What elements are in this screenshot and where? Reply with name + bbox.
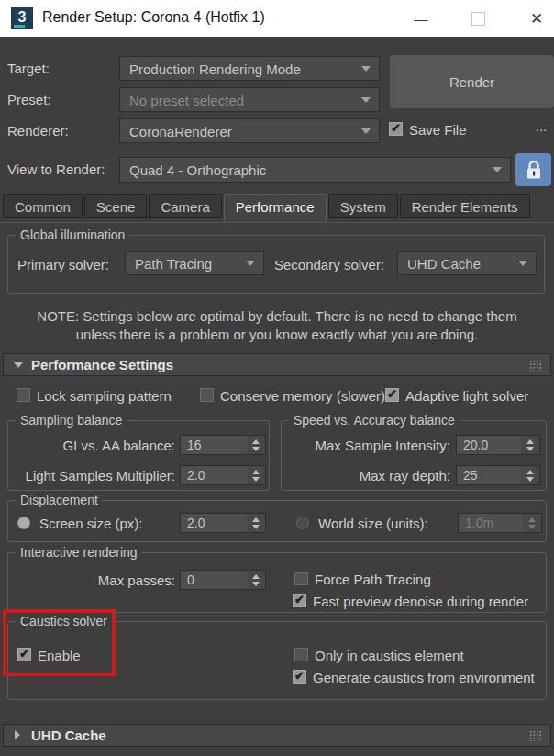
lock-sampling-pattern-label: Lock sampling pattern (37, 388, 172, 404)
expand-arrow-icon (15, 730, 20, 739)
view-to-render-dropdown[interactable]: Quad 4 - Orthographic (119, 157, 511, 183)
spinner-up-icon[interactable] (526, 470, 534, 474)
tab-scene[interactable]: Scene (84, 194, 148, 218)
max-ray-depth-value: 25 (463, 468, 478, 483)
dropdown-arrow-icon (493, 167, 502, 172)
world-size-value: 1.0m (465, 516, 493, 530)
screen-size-radio[interactable] (17, 517, 30, 529)
spinner-down-icon[interactable] (252, 525, 260, 529)
adaptive-light-solver-checkbox[interactable] (385, 388, 399, 402)
performance-settings-rollout[interactable]: Performance Settings (3, 353, 551, 376)
sampling-balance-group: Sampling balance GI vs. AA balance: 16 L… (7, 420, 270, 491)
maximize-button[interactable] (466, 7, 490, 29)
drag-grip-icon (529, 730, 543, 741)
primary-solver-value: Path Tracing (135, 256, 212, 272)
preset-dropdown[interactable]: No preset selected (119, 87, 380, 112)
tab-render-elements[interactable]: Render Elements (400, 194, 530, 218)
dropdown-arrow-icon (361, 128, 371, 134)
note-text-line1: NOTE: Settings below are optimal by defa… (0, 308, 554, 324)
speed-accuracy-group: Speed vs. Accuracy balance Max Sample In… (281, 420, 547, 491)
uhd-cache-rollout[interactable]: UHD Cache (3, 724, 551, 747)
tab-system[interactable]: System (328, 194, 398, 218)
rollout-title: UHD Cache (31, 728, 106, 743)
renderer-dropdown[interactable]: CoronaRenderer (119, 118, 380, 143)
tab-bar: Common Scene Camera Performance System R… (3, 194, 530, 223)
renderer-label: Renderer: (7, 123, 69, 139)
only-caustics-element-checkbox[interactable] (294, 648, 308, 662)
world-size-label: World size (units): (318, 516, 428, 531)
spinner-up-icon[interactable] (252, 470, 260, 474)
target-dropdown[interactable]: Production Rendering Mode (119, 56, 380, 81)
max-sample-intensity-value: 20.0 (463, 438, 488, 452)
close-button[interactable]: ✕ (525, 7, 548, 29)
spinner-down-icon[interactable] (526, 477, 534, 482)
group-title: Speed vs. Accuracy balance (289, 413, 460, 428)
max-passes-value: 0 (187, 573, 194, 587)
tab-camera[interactable]: Camera (149, 194, 221, 218)
target-dropdown-value: Production Rendering Mode (129, 61, 301, 76)
title-bar: 3 Render Setup: Corona 4 (Hotfix 1) — ✕ (0, 0, 554, 37)
max-ray-depth-label: Max ray depth: (282, 468, 450, 484)
target-label: Target: (7, 61, 50, 76)
max-passes-spinner[interactable]: 0 (180, 570, 266, 590)
generate-caustics-env-checkbox[interactable] (293, 670, 306, 684)
world-size-spinner: 1.0m (458, 513, 542, 533)
spinner-down-icon[interactable] (252, 447, 260, 451)
primary-solver-dropdown[interactable]: Path Tracing (125, 251, 264, 275)
view-to-render-value: Quad 4 - Orthographic (129, 162, 266, 178)
preset-dropdown-value: No preset selected (129, 92, 244, 107)
force-path-tracing-label: Force Path Tracing (315, 572, 431, 587)
caustics-enable-checkbox[interactable] (17, 648, 31, 662)
secondary-solver-dropdown[interactable]: UHD Cache (397, 251, 537, 275)
spinner-up-icon[interactable] (526, 439, 534, 444)
dropdown-arrow-icon (246, 261, 255, 266)
group-title: Sampling balance (16, 413, 127, 428)
3dsmax-app-icon: 3 (11, 7, 33, 29)
drag-grip-icon (529, 360, 543, 371)
spinner-up-icon[interactable] (252, 439, 260, 444)
spinner-up-icon[interactable] (252, 574, 260, 579)
tab-common[interactable]: Common (3, 194, 83, 218)
gi-aa-balance-value: 16 (187, 438, 202, 452)
dropdown-arrow-icon (518, 261, 527, 266)
render-button[interactable]: Render (390, 55, 554, 108)
minimize-button[interactable]: — (409, 7, 433, 29)
spinner-buttons (523, 514, 541, 532)
primary-solver-label: Primary solver: (17, 257, 109, 272)
save-file-browse-button[interactable]: ... (532, 118, 550, 139)
spinner-down-icon[interactable] (526, 447, 534, 451)
maximize-icon (471, 12, 485, 26)
view-to-render-label: View to Render: (7, 161, 105, 177)
conserve-memory-label: Conserve memory (slower) (220, 388, 385, 404)
rollout-title: Performance Settings (31, 357, 173, 372)
viewport-lock-button[interactable] (515, 153, 551, 186)
renderer-dropdown-value: CoronaRenderer (129, 123, 232, 139)
generate-caustics-env-label: Generate caustics from environment (313, 670, 535, 685)
screen-size-spinner[interactable]: 2.0 (180, 513, 266, 533)
spinner-down-icon (528, 525, 536, 529)
caustics-solver-group: Caustics solver Enable Only in caustics … (7, 621, 547, 700)
spinner-buttons (247, 466, 265, 484)
displacement-group: Displacement Screen size (px): 2.0 World… (7, 500, 547, 542)
spinner-up-icon[interactable] (252, 517, 260, 522)
lock-sampling-pattern-checkbox[interactable] (17, 388, 30, 402)
group-title: Global illumination (16, 228, 129, 242)
fast-preview-denoise-checkbox[interactable] (293, 594, 306, 607)
group-title: Displacement (16, 493, 103, 507)
spinner-down-icon[interactable] (252, 582, 260, 586)
max-sample-intensity-spinner[interactable]: 20.0 (456, 435, 540, 455)
conserve-memory-checkbox[interactable] (200, 388, 214, 402)
light-samples-multiplier-label: Light Samples Multiplier: (8, 468, 175, 484)
world-size-radio[interactable] (296, 517, 309, 529)
force-path-tracing-checkbox[interactable] (294, 572, 308, 585)
spinner-buttons (247, 571, 265, 589)
save-file-checkbox[interactable] (389, 122, 403, 136)
gi-aa-balance-spinner[interactable]: 16 (180, 435, 266, 455)
adaptive-light-solver-label: Adaptive light solver (405, 388, 528, 404)
lock-icon (526, 160, 542, 180)
light-samples-multiplier-spinner[interactable]: 2.0 (180, 465, 266, 485)
max-ray-depth-spinner[interactable]: 25 (456, 465, 540, 485)
tab-performance[interactable]: Performance (224, 194, 327, 223)
spinner-down-icon[interactable] (252, 477, 260, 482)
screen-size-value: 2.0 (187, 516, 205, 530)
